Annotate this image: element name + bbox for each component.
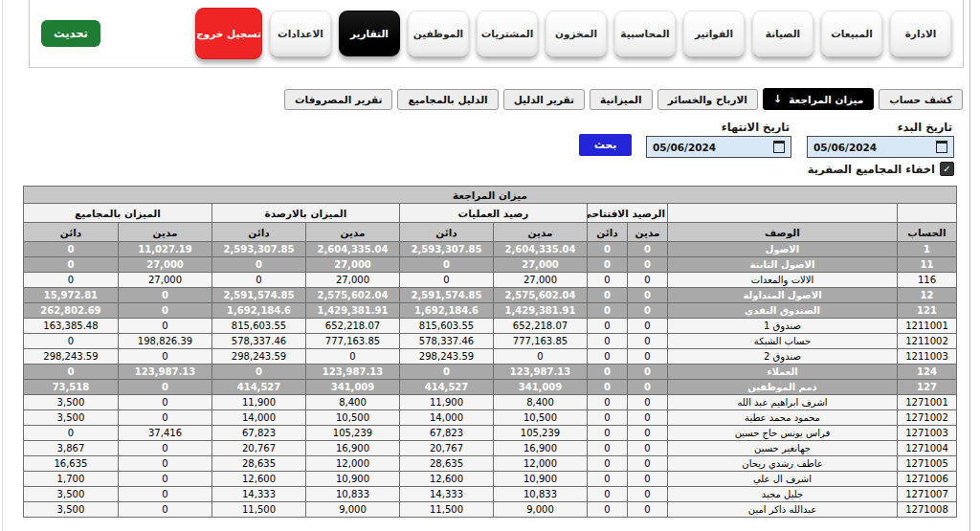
table-row[interactable]: 1271003 فراس يونس حاج حسين 0 0 105,239 6… xyxy=(23,426,956,441)
main-tab[interactable]: المحاسبية xyxy=(614,11,676,56)
account-cell: 11 xyxy=(898,257,957,273)
description-header-spacer xyxy=(668,204,898,223)
description-cell: جهانغير حسين xyxy=(668,441,898,456)
table-row[interactable]: 1271001 اشرف ابراهيم عبد الله 0 0 8,400 … xyxy=(23,395,956,410)
table-row[interactable]: 1271008 عبدالله ذاكر امين 0 0 9,000 11,5… xyxy=(23,502,956,518)
table-row[interactable]: 1271002 محمود محمد عطية 0 0 10,500 14,00… xyxy=(23,410,956,426)
report-tab[interactable]: كشف حساب xyxy=(879,89,963,110)
table-row[interactable]: 12 الاصول المتداولة 0 0 2,575,602.04 2,5… xyxy=(23,288,956,303)
opening-debit-cell: 0 xyxy=(628,334,668,349)
balance-debit-cell: 8,400 xyxy=(306,395,400,410)
opening-credit-cell: 0 xyxy=(588,410,628,426)
hide-zero-groups-toggle[interactable]: ✓ اخفاء المجاميع الصفرية xyxy=(808,162,954,176)
table-row[interactable]: 1211003 صندوق 2 0 0 0 298,243.59 0 298,2… xyxy=(23,349,956,365)
balance-credit-cell: 12,600 xyxy=(212,472,306,487)
operations-debit-cell: 9,000 xyxy=(494,502,588,518)
report-tab[interactable]: الارباح والخسائر xyxy=(657,89,758,110)
opening-debit-cell: 0 xyxy=(628,441,668,456)
table-row[interactable]: 1211001 صندوق 1 0 0 652,218.07 815,603.5… xyxy=(23,319,956,334)
operations-debit-cell: 10,833 xyxy=(494,487,588,502)
opening-credit-cell: 0 xyxy=(588,319,628,334)
report-tab[interactable]: الميزانية xyxy=(590,89,653,110)
page-left-edge xyxy=(2,0,3,531)
totals-credit-cell: 3,500 xyxy=(23,410,118,426)
main-tab-label: الموظفين xyxy=(413,28,463,39)
operations-balance-group-header: رصيد العمليات xyxy=(400,204,588,223)
main-tab[interactable]: المبيعات xyxy=(821,11,882,56)
calendar-icon[interactable] xyxy=(936,141,947,153)
report-tab-label: ميزان المراجعة xyxy=(789,94,863,105)
main-tabs-group: الادارة المبيعات الصيانة الفواتير المحاس… xyxy=(195,8,951,59)
totals-credit-cell: 1,700 xyxy=(23,472,118,487)
totals-credit-cell: 3,867 xyxy=(23,441,118,456)
balance-debit-cell: 10,833 xyxy=(306,487,400,502)
opening-debit-cell: 0 xyxy=(628,349,668,365)
operations-debit-cell: 777,163.85 xyxy=(494,334,588,349)
opening-debit-cell: 0 xyxy=(628,380,668,395)
table-row[interactable]: 1211002 حساب الشبكة 0 0 777,163.85 578,3… xyxy=(23,334,956,349)
main-tab[interactable]: الاعدادات xyxy=(270,11,331,56)
table-row[interactable]: 127 ذمم الموظفين 0 0 341,009 414,527 341… xyxy=(23,380,956,395)
description-cell: الاصول xyxy=(668,242,898,257)
main-tab[interactable]: الصيانة xyxy=(752,11,813,56)
opening-credit-cell: 0 xyxy=(588,349,628,365)
balance-credit-cell: 2,591,574.85 xyxy=(212,288,306,303)
credit-column-header: دائن xyxy=(212,223,306,242)
main-tab[interactable]: التقارير xyxy=(339,11,400,56)
description-cell: عبدالله ذاكر امين xyxy=(668,502,898,518)
page-right-edge xyxy=(969,0,970,531)
report-tab[interactable]: تقرير الدليل xyxy=(503,89,585,110)
table-row[interactable]: 1271004 جهانغير حسين 0 0 16,900 20,767 1… xyxy=(23,441,956,456)
main-toolbar: الادارة المبيعات الصيانة الفواتير المحاس… xyxy=(29,0,964,68)
operations-debit-cell: 652,218.07 xyxy=(494,319,588,334)
totals-debit-cell: 0 xyxy=(119,303,212,319)
report-tab[interactable]: تقرير المصروفات xyxy=(284,89,393,110)
end-date-input[interactable]: 05/06/2024 xyxy=(646,136,791,158)
totals-credit-cell: 0 xyxy=(23,242,118,257)
operations-credit-cell: 578,337.46 xyxy=(400,334,494,349)
operations-credit-cell: 1,692,184.6 xyxy=(400,303,494,319)
refresh-button[interactable]: تحديث xyxy=(41,20,100,47)
table-row[interactable]: 121 الصندوق النقدي 0 0 1,429,381.91 1,69… xyxy=(23,303,956,319)
checkbox-checked-icon[interactable]: ✓ xyxy=(940,162,954,176)
balance-debit-cell: 16,900 xyxy=(306,441,400,456)
account-cell: 121 xyxy=(898,303,957,319)
table-row[interactable]: 11 الاصول الثابتة 0 0 27,000 0 27,000 0 … xyxy=(23,257,956,273)
table-row[interactable]: 1 الاصول 0 0 2,604,335.04 2,593,307.85 2… xyxy=(23,242,956,257)
main-tab-label: التقارير xyxy=(350,28,389,39)
table-row[interactable]: 116 الالات والمعدات 0 0 27,000 0 27,000 … xyxy=(23,273,956,288)
opening-debit-cell: 0 xyxy=(628,288,668,303)
description-cell: الصندوق النقدي xyxy=(668,303,898,319)
opening-debit-cell: 0 xyxy=(628,273,668,288)
operations-credit-cell: 11,900 xyxy=(400,395,494,410)
totals-credit-cell: 298,243.59 xyxy=(23,349,118,365)
start-date-input[interactable]: 05/06/2024 xyxy=(807,136,954,158)
totals-credit-cell: 3,500 xyxy=(23,502,118,518)
table-row[interactable]: 1271006 اشرف ال علي 0 0 10,900 12,600 10… xyxy=(23,472,956,487)
main-tab[interactable]: تسجيل خروج xyxy=(195,8,262,59)
main-tab[interactable]: المخزون xyxy=(546,11,607,56)
account-cell: 1271004 xyxy=(898,441,957,456)
balance-credit-cell: 0 xyxy=(212,365,306,380)
balance-debit-cell: 777,163.85 xyxy=(306,334,400,349)
main-tab[interactable]: الموظفين xyxy=(408,11,469,56)
main-tab[interactable]: الفواتير xyxy=(683,11,745,56)
table-row[interactable]: 1271005 عاطف رشدي ريحان 0 0 12,000 28,63… xyxy=(23,456,956,472)
end-date-value: 05/06/2024 xyxy=(653,142,716,153)
operations-credit-cell: 11,500 xyxy=(400,502,494,518)
opening-debit-cell: 0 xyxy=(628,319,668,334)
description-cell: جليل مجيد xyxy=(668,487,898,502)
table-row[interactable]: 124 العملاء 0 0 123,987.13 0 123,987.13 … xyxy=(23,365,956,380)
main-tab[interactable]: المشتريات xyxy=(477,11,538,56)
table-row[interactable]: 1271007 جليل مجيد 0 0 10,833 14,333 10,8… xyxy=(23,487,956,502)
search-button[interactable]: بحث xyxy=(579,134,632,156)
totals-debit-cell: 0 xyxy=(119,456,212,472)
totals-debit-cell: 198,826.39 xyxy=(119,334,212,349)
calendar-icon[interactable] xyxy=(773,141,785,153)
main-tab[interactable]: الادارة xyxy=(890,11,951,56)
report-tab-label: الدليل بالمجاميع xyxy=(408,94,487,105)
totals-credit-cell: 16,635 xyxy=(23,456,118,472)
report-tab[interactable]: ميزان المراجعة ↓ xyxy=(763,88,874,110)
report-tab-label: تقرير الدليل xyxy=(514,94,574,105)
report-tab[interactable]: الدليل بالمجاميع xyxy=(397,89,498,110)
